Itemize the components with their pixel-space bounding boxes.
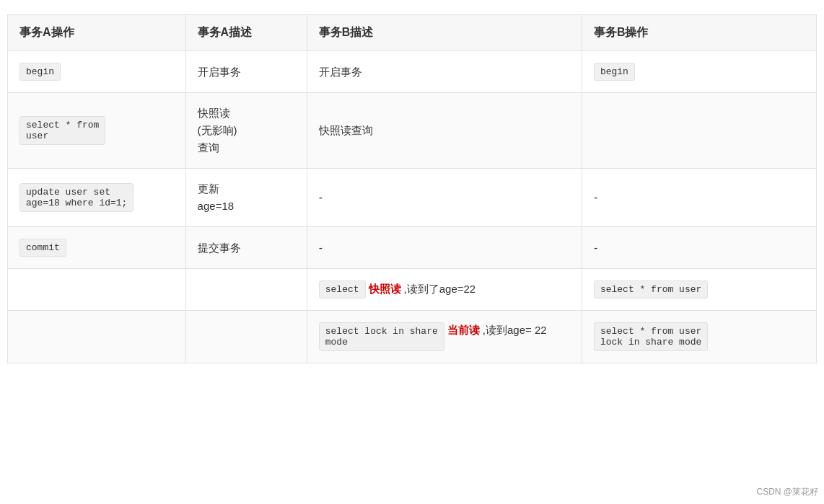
dash-b-desc: -: [319, 242, 323, 254]
cell-b-op: select * from user lock in share mode: [582, 311, 816, 363]
table-row: commit提交事务--: [8, 227, 817, 269]
cell-a-desc: [185, 269, 307, 311]
table-row: select快照读,读到了age=22select * from user: [8, 269, 817, 311]
table-row: select lock in share mode当前读,读到age= 22se…: [8, 311, 817, 363]
code-a-op: begin: [19, 63, 61, 81]
main-container: 事务A操作 事务A描述 事务B描述 事务B操作 begin开启事务开启事务beg…: [0, 0, 824, 504]
cell-a-op: commit: [8, 227, 186, 269]
table-row: begin开启事务开启事务begin: [8, 51, 817, 93]
header-a-op: 事务A操作: [8, 15, 186, 51]
cell-b-op: select * from user: [582, 269, 816, 311]
header-a-desc: 事务A描述: [185, 15, 307, 51]
code-a-op: commit: [19, 239, 66, 257]
highlight-b-desc: 当前读: [447, 324, 480, 337]
cell-a-desc: [185, 311, 307, 363]
cell-a-op: [8, 269, 186, 311]
cell-b-desc: 快照读查询: [307, 93, 582, 169]
cell-b-desc: -: [307, 227, 582, 269]
cell-a-desc: 快照读 (无影响) 查询: [185, 93, 307, 169]
header-b-op: 事务B操作: [582, 15, 816, 51]
comparison-table: 事务A操作 事务A描述 事务B描述 事务B操作 begin开启事务开启事务beg…: [7, 14, 817, 363]
cell-b-desc: select lock in share mode当前读,读到age= 22: [307, 311, 582, 363]
text-b-desc: ,读到了age=22: [404, 283, 476, 296]
code-a-op: select * from user: [19, 116, 105, 145]
cell-a-op: [8, 311, 186, 363]
cell-b-op: begin: [582, 51, 816, 93]
text-b-desc: ,读到age= 22: [483, 324, 547, 337]
cell-b-op: -: [582, 169, 816, 227]
cell-b-desc: 开启事务: [307, 51, 582, 93]
cell-b-op: -: [582, 227, 816, 269]
watermark: CSDN @莱花籽: [756, 486, 818, 498]
code-a-op: update user set age=18 where id=1;: [19, 183, 133, 212]
dash-b-desc: -: [319, 191, 323, 203]
cell-a-op: update user set age=18 where id=1;: [8, 169, 186, 227]
cell-b-desc: select快照读,读到了age=22: [307, 269, 582, 311]
table-row: select * from user快照读 (无影响) 查询快照读查询: [8, 93, 817, 169]
code-b-op: begin: [594, 63, 635, 81]
code-b-desc: select: [319, 280, 366, 299]
code-b-op: select * from user: [594, 280, 708, 299]
code-b-desc: select lock in share mode: [319, 322, 444, 351]
cell-b-op: [582, 93, 816, 169]
highlight-b-desc: 快照读: [369, 283, 401, 296]
cell-a-op: begin: [8, 51, 186, 93]
dash-b-op: -: [594, 191, 597, 203]
header-b-desc: 事务B描述: [307, 15, 582, 51]
cell-b-desc: -: [307, 169, 582, 227]
code-b-op: select * from user lock in share mode: [594, 322, 708, 351]
cell-a-desc: 更新 age=18: [185, 169, 307, 227]
cell-a-desc: 提交事务: [185, 227, 307, 269]
cell-a-op: select * from user: [8, 93, 186, 169]
cell-a-desc: 开启事务: [185, 51, 307, 93]
table-row: update user set age=18 where id=1;更新 age…: [8, 169, 817, 227]
dash-b-op: -: [594, 242, 597, 254]
